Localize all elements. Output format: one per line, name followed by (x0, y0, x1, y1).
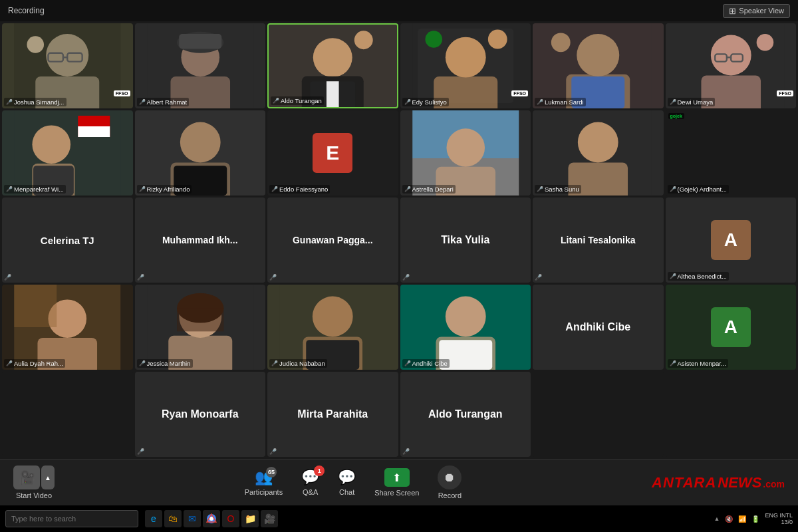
name-aldo-bottom: Aldo Turangan (424, 408, 507, 420)
tile-name-aulia: 🎤 Aulia Dyah Rah... (4, 359, 65, 368)
taskbar-icon-chrome[interactable] (203, 510, 220, 527)
video-tile-joshua[interactable]: FFSO 🎤 Joshua Simandj... (2, 23, 133, 108)
video-tile-astrella[interactable]: 🎤 Astrella Depari (400, 110, 531, 196)
video-tile-rizky[interactable]: 🎤 Rizky Afriliando (135, 110, 266, 196)
svg-point-44 (180, 122, 220, 163)
tile-name-lukman: 🎤 Lukman Sardi (535, 98, 586, 106)
video-tile-litani[interactable]: Litani Tesalonika 🎤 (533, 198, 664, 283)
tile-name-rizky: 🎤 Rizky Afriliando (137, 185, 192, 194)
taskbar-search[interactable] (5, 510, 138, 527)
tile-name-albert: 🎤 Albert Rahmat (137, 98, 190, 106)
tile-name-sasha: 🎤 Sasha Sunu (535, 185, 581, 194)
zoom-window: Recording ⊞ Speaker View FFSO (0, 0, 798, 532)
antara-watermark: ANTARA NEWS .com (652, 474, 785, 491)
taskbar-icon-edge[interactable]: e (145, 510, 162, 527)
video-tile-empty3 (666, 372, 797, 457)
chat-btn[interactable]: 💬 Chat (338, 469, 356, 496)
svg-point-22 (445, 37, 485, 78)
ffso-badge-edy: FFSO (511, 90, 528, 96)
video-tile-althea[interactable]: A 🎤 Althea Benedict... (666, 198, 797, 283)
svg-point-26 (577, 34, 619, 76)
video-tile-sasha[interactable]: 🎤 Sasha Sunu (533, 110, 664, 196)
tile-name-althea: 🎤 Althea Benedict... (668, 272, 729, 281)
tile-name-jessica: 🎤 Jessica Marthin (137, 359, 193, 368)
share-screen-label: Share Screen (374, 489, 419, 497)
taskbar-apps: e 🛍 ✉ O 📁 🎥 (145, 510, 278, 527)
tile-name-astrella: 🎤 Astrella Depari (402, 185, 456, 194)
svg-point-50 (446, 128, 485, 167)
taskbar-icon-zoom[interactable]: 🎥 (261, 510, 278, 527)
video-tile-menparekraf[interactable]: 🎤 Menparekraf Wi... (2, 110, 133, 196)
svg-rect-64 (177, 308, 223, 331)
video-tile-lukman[interactable]: 🎤 Lukman Sardi (533, 23, 664, 108)
name-litani: Litani Tesalonika (557, 235, 640, 245)
tile-name-aldo-active: 🎤 Aldo Turangan (271, 96, 324, 105)
tile-name-asisten: 🎤 Asisten Menpar... (668, 359, 728, 368)
svg-rect-3 (14, 23, 120, 108)
svg-rect-12 (179, 34, 221, 49)
center-controls: 👥 65 Participants 💬 1 Q&A 💬 Chat ⬆ (245, 466, 462, 499)
svg-rect-59 (14, 285, 57, 327)
svg-point-16 (354, 31, 373, 49)
participants-label: Participants (245, 488, 283, 496)
video-grid: FFSO 🎤 Joshua Simandj... 🎤 Albert Rahmat (0, 21, 798, 459)
qa-label: Q&A (303, 488, 318, 496)
svg-point-24 (487, 30, 507, 49)
video-tile-andhiki2[interactable]: Andhiki Cibe (533, 285, 664, 370)
taskbar-time: ENG INTL 13/0 (765, 512, 793, 525)
zoom-control-bar: 🎥 ▲ Start Video 👥 65 Participants 💬 1 (0, 459, 798, 505)
tile-name-joshua: 🎤 Joshua Simandj... (4, 98, 66, 106)
record-label: Record (438, 491, 462, 499)
top-bar: Recording ⊞ Speaker View (0, 0, 798, 21)
video-tile-edy[interactable]: FFSO 🎤 Edy Sulistyo (400, 23, 531, 108)
video-tile-celerina[interactable]: Celerina TJ 🎤 (2, 198, 133, 283)
svg-point-66 (313, 297, 353, 337)
taskbar-icon-opera[interactable]: O (222, 510, 239, 527)
participants-btn[interactable]: 👥 65 Participants (245, 469, 283, 496)
svg-point-70 (445, 297, 485, 337)
name-celerina: Celerina TJ (37, 235, 98, 246)
video-tile-andhiki1[interactable]: 🎤 Andhiki Cibe (400, 285, 531, 370)
taskbar-icon-files[interactable]: 📁 (241, 510, 259, 527)
video-tile-judica[interactable]: 🎤 Judica Nababan (267, 285, 398, 370)
tile-name-dewi: 🎤 Dewi Umaya (668, 98, 716, 106)
speaker-view-button[interactable]: ⊞ Speaker View (723, 4, 790, 18)
video-tile-aldo[interactable]: 🎤 Aldo Turangan (267, 23, 398, 108)
tile-name-judica: 🎤 Judica Nababan (269, 359, 327, 368)
tile-name-edy: 🎤 Edy Sulistyo (402, 98, 449, 106)
svg-point-36 (756, 34, 773, 51)
video-tile-asisten[interactable]: A 🎤 Asisten Menpar... (666, 285, 797, 370)
svg-point-21 (425, 31, 442, 48)
chat-label: Chat (339, 488, 354, 496)
share-screen-btn[interactable]: ⬆ Share Screen (374, 468, 419, 497)
video-tile-dewi[interactable]: FFSO 🎤 Dewi Umaya (666, 23, 797, 108)
video-tile-ryan[interactable]: Ryan Monoarfa 🎤 (135, 372, 266, 457)
name-ryan: Ryan Monoarfa (158, 408, 243, 420)
video-tile-muhammad[interactable]: Muhammad Ikh... 🎤 (135, 198, 266, 283)
video-tile-aulia[interactable]: 🎤 Aulia Dyah Rah... (2, 285, 133, 370)
video-tile-gojek[interactable]: gojek 🎤 (Gojek) Ardhant... (666, 110, 797, 196)
taskbar-icon-store[interactable]: 🛍 (164, 510, 182, 527)
video-tile-gunawan[interactable]: Gunawan Pagga... 🎤 (267, 198, 398, 283)
svg-rect-18 (327, 81, 339, 107)
taskbar-icon-mail[interactable]: ✉ (184, 510, 201, 527)
video-tile-albert[interactable]: 🎤 Albert Rahmat (135, 23, 266, 108)
video-tile-jessica[interactable]: 🎤 Jessica Marthin (135, 285, 266, 370)
taskbar-right: ▲ 🔇 📶 🔋 ENG INTL 13/0 (714, 512, 793, 525)
record-btn[interactable]: ⏺ Record (438, 466, 462, 499)
video-tile-tika[interactable]: Tika Yulia 🎤 (400, 198, 531, 283)
svg-point-7 (27, 36, 44, 53)
svg-point-14 (313, 38, 352, 77)
recording-label: Recording (8, 6, 45, 15)
tile-name-eddo: 🎤 Eddo Faiessyano (269, 185, 330, 194)
video-tile-mirta[interactable]: Mirta Parahita 🎤 (267, 372, 398, 457)
start-video-control[interactable]: 🎥 ▲ Start Video (13, 466, 55, 499)
video-tile-eddo[interactable]: E 🎤 Eddo Faiessyano (267, 110, 398, 196)
video-tile-aldo-bottom[interactable]: Aldo Turangan 🎤 (400, 372, 531, 457)
ffso-badge: FFSO (114, 90, 130, 96)
svg-point-40 (32, 125, 70, 164)
tile-name-andhiki1: 🎤 Andhiki Cibe (402, 359, 450, 368)
name-andhiki2: Andhiki Cibe (561, 321, 634, 333)
qa-btn[interactable]: 💬 1 Q&A (301, 469, 319, 496)
tile-name-menparekraf: 🎤 Menparekraf Wi... (4, 185, 66, 194)
